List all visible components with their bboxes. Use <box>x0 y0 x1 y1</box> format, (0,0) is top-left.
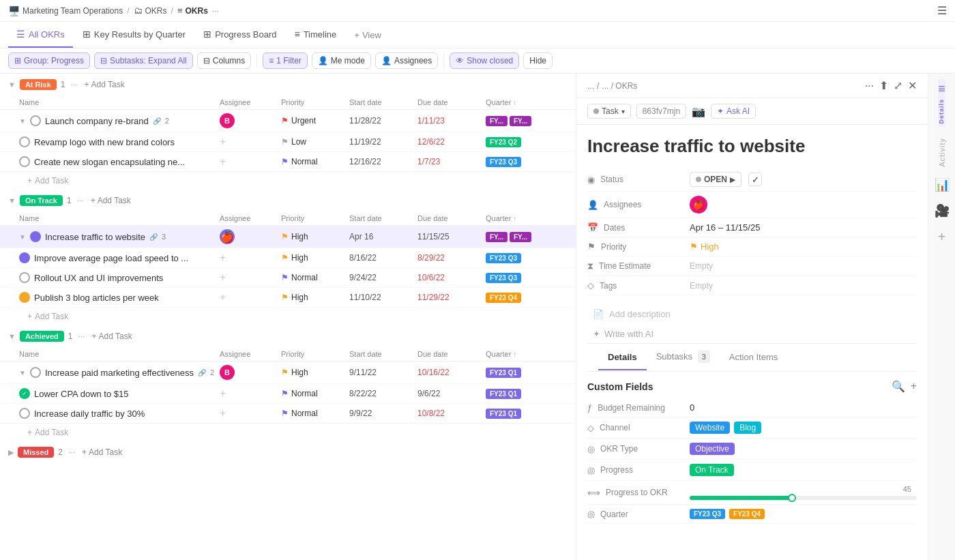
progress-thumb[interactable] <box>788 494 796 502</box>
search-icon[interactable]: 🔍 <box>892 380 905 393</box>
group-missed-header[interactable]: ▶ Missed 2 ··· + Add Task <box>0 441 576 463</box>
progress-slider[interactable] <box>690 496 917 500</box>
okr-type-value[interactable]: Objective <box>690 443 735 455</box>
on-track-table-header: Name Assignee Priority Start date Due da… <box>0 211 576 226</box>
add-task-row[interactable]: + Add Task <box>0 308 576 325</box>
video-sidebar-icon[interactable]: 🎥 <box>935 203 950 218</box>
task-status-icon[interactable] <box>19 272 30 283</box>
group-on-track-header[interactable]: ▼ On Track 1 ··· + Add Task <box>0 190 576 211</box>
tab-key-results[interactable]: ⊞ Key Results by Quarter <box>74 22 194 48</box>
breadcrumb-more[interactable]: ··· <box>212 6 219 16</box>
assignees-value[interactable]: 🍎 <box>690 196 707 213</box>
me-mode-button[interactable]: 👤 Me mode <box>312 53 371 69</box>
group-missed-add[interactable]: + Add Task <box>82 447 122 457</box>
subtasks-expand-button[interactable]: ⊟ Subtasks: Expand All <box>94 53 193 69</box>
progress-value[interactable]: On Track <box>690 464 734 476</box>
table-row[interactable]: ✓ Lower CPA down to $15 + ⚑ Normal 8/22/… <box>0 384 576 404</box>
task-status-icon[interactable] <box>19 252 30 263</box>
breadcrumb-okrs1[interactable]: 🗂 OKRs <box>134 5 167 16</box>
table-row[interactable]: ▼ Increase paid marketing effectiveness … <box>0 362 576 384</box>
task-status-icon[interactable] <box>30 367 41 378</box>
chart-sidebar-icon[interactable]: 📊 <box>935 177 950 192</box>
breadcrumb-okrs2[interactable]: ≡ OKRs <box>177 5 208 16</box>
add-field-button[interactable]: + <box>911 380 917 393</box>
priority-flag-icon: ⚑ <box>690 241 698 252</box>
status-open-badge[interactable]: OPEN ▶ <box>690 172 741 187</box>
group-on-track-chevron[interactable]: ▼ <box>8 196 16 205</box>
task-type-tag[interactable]: Task ▾ <box>587 104 631 119</box>
tab-timeline[interactable]: ≡ Timeline <box>286 22 344 48</box>
screenshot-icon[interactable]: 📷 <box>692 105 705 118</box>
priority-value[interactable]: ⚑ High <box>690 241 719 252</box>
add-sidebar-icon[interactable]: + <box>938 229 946 245</box>
dates-value[interactable]: Apr 16 – 11/15/25 <box>690 222 760 233</box>
due-date-cell: 9/6/22 <box>417 389 486 398</box>
group-achieved-header[interactable]: ▼ Achieved 1 ··· + Add Task <box>0 325 576 347</box>
time-value[interactable]: Empty <box>690 261 713 271</box>
expand-chevron[interactable]: ▼ <box>19 369 26 377</box>
group-achieved-dots[interactable]: ··· <box>78 331 85 341</box>
expand-chevron[interactable]: ▼ <box>19 233 26 241</box>
hide-button[interactable]: Hide <box>523 53 553 69</box>
tab-add-view[interactable]: + View <box>346 23 390 47</box>
group-on-track-dots[interactable]: ··· <box>77 196 84 205</box>
task-status-icon[interactable] <box>19 156 30 167</box>
group-at-risk-chevron[interactable]: ▼ <box>8 80 16 89</box>
group-achieved-add[interactable]: + Add Task <box>92 331 132 341</box>
columns-button[interactable]: ⊟ Columns <box>197 53 251 69</box>
group-at-risk-dots[interactable]: ··· <box>70 80 77 89</box>
write-with-ai-button[interactable]: ✦ Write with AI <box>587 325 917 343</box>
more-options-icon[interactable]: ··· <box>865 80 874 92</box>
menu-icon[interactable]: ☰ <box>937 4 947 17</box>
group-on-track-add[interactable]: + Add Task <box>91 196 131 205</box>
filter-button[interactable]: ≡ 1 Filter <box>263 53 308 69</box>
group-progress-button[interactable]: ⊞ Group: Progress <box>8 53 90 69</box>
detail-tab-subtasks[interactable]: Subtasks 3 <box>647 344 720 371</box>
group-at-risk-add[interactable]: + Add Task <box>85 80 125 89</box>
task-status-icon[interactable] <box>19 136 30 147</box>
table-row[interactable]: ▼ Launch company re-brand 🔗 2 B ⚑ Urgent… <box>0 110 576 132</box>
progress-okr-value[interactable]: 45 <box>690 485 917 500</box>
add-description-button[interactable]: 📄 Add description <box>587 304 917 325</box>
show-closed-button[interactable]: 👁 Show closed <box>450 53 519 69</box>
task-status-icon[interactable] <box>19 292 30 303</box>
assignees-button[interactable]: 👤 Assignees <box>375 53 438 69</box>
field-budget-remaining: ƒ Budget Remaining 0 <box>587 398 917 417</box>
group-achieved-chevron[interactable]: ▼ <box>8 332 16 340</box>
table-row[interactable]: Publish 3 blog articles per week + ⚑ Hig… <box>0 288 576 308</box>
activity-sidebar-icon[interactable]: Activity <box>938 138 946 167</box>
table-row[interactable]: Increase daily traffic by 30% + ⚑ Normal… <box>0 404 576 424</box>
detail-tab-details[interactable]: Details <box>598 345 647 370</box>
table-row[interactable]: Improve average page load speed to ... +… <box>0 248 576 268</box>
task-status-icon[interactable] <box>30 115 41 126</box>
close-icon[interactable]: ✕ <box>908 79 917 92</box>
group-missed-dots[interactable]: ··· <box>68 447 75 457</box>
task-status-icon[interactable] <box>19 408 30 419</box>
channel-value[interactable]: Website Blog <box>690 422 761 434</box>
detail-tab-action-items[interactable]: Action Items <box>720 345 788 370</box>
expand-icon[interactable]: ⤢ <box>894 79 902 92</box>
task-status-icon[interactable]: ✓ <box>19 388 30 399</box>
add-task-row[interactable]: + Add Task <box>0 172 576 190</box>
share-icon[interactable]: ⬆ <box>879 79 888 92</box>
budget-value[interactable]: 0 <box>690 402 694 413</box>
task-status-icon[interactable] <box>30 231 41 242</box>
tags-value[interactable]: Empty <box>690 281 713 291</box>
tab-progress-board[interactable]: ⊞ Progress Board <box>195 22 284 48</box>
status-check-button[interactable]: ✓ <box>748 173 762 186</box>
quarter-value[interactable]: FY23 Q3 FY23 Q4 <box>690 509 765 519</box>
details-sidebar-icon[interactable]: ≡ <box>938 82 945 96</box>
table-row[interactable]: Revamp logo with new brand colors + ⚑ Lo… <box>0 132 576 152</box>
tab-all-okrs[interactable]: ☰ All OKRs <box>8 22 73 48</box>
breadcrumb-okrs[interactable]: ... / OKRs <box>602 81 637 91</box>
group-missed-chevron[interactable]: ▶ <box>8 448 14 457</box>
group-on-track-badge: On Track <box>20 195 63 206</box>
table-row[interactable]: Rollout UX and UI improvements + ⚑ Norma… <box>0 268 576 288</box>
group-at-risk-header[interactable]: ▼ At Risk 1 ··· + Add Task <box>0 74 576 95</box>
field-progress-to-okr: ⟺ Progress to OKR 45 <box>587 481 917 505</box>
ask-ai-button[interactable]: ✦ Ask AI <box>711 104 756 119</box>
add-task-row[interactable]: + Add Task <box>0 424 576 441</box>
table-row[interactable]: ▼ Increase traffic to website 🔗 3 🍎 ⚑ Hi… <box>0 226 576 248</box>
expand-chevron[interactable]: ▼ <box>19 117 26 125</box>
table-row[interactable]: Create new slogan encapsulating ne... + … <box>0 152 576 172</box>
